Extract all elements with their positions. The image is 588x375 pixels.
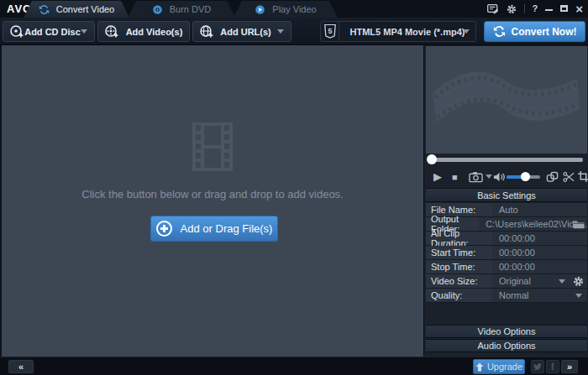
collapse-panel-button[interactable]: « [8, 360, 34, 373]
expand-panel-button[interactable]: » [561, 360, 578, 373]
bottombar: « Upgrade f » [0, 357, 588, 375]
tab-play-video[interactable]: Play Video [234, 1, 338, 18]
output-format-select[interactable]: HTML5 MP4 Movie (*.mp4) [339, 21, 476, 42]
close-button[interactable]: × [575, 5, 583, 13]
start-time-value[interactable]: 00:00:00 [492, 246, 587, 259]
speaker-icon[interactable] [493, 165, 506, 188]
audio-options-bar[interactable]: Audio Options [426, 339, 587, 352]
video-list-dropzone[interactable]: Click the button below or drag and drop … [2, 45, 423, 357]
add-videos-label: Add Video(s) [119, 27, 189, 37]
tab-burn-dvd[interactable]: Burn DVD [128, 1, 235, 18]
play-circle-icon [255, 4, 265, 15]
cd-disc-add-icon [9, 24, 24, 39]
snapshot-dropdown-caret[interactable] [486, 165, 492, 188]
tab-label: Convert Video [56, 4, 115, 14]
convert-refresh-icon [39, 4, 50, 15]
tab-label: Play Video [272, 4, 316, 14]
stop-button[interactable]: ■ [452, 165, 458, 188]
disc-icon [152, 4, 163, 15]
film-strip-icon [188, 122, 237, 174]
add-cd-disc-label: Add CD Disc [24, 27, 81, 37]
crop-button[interactable] [578, 165, 588, 188]
output-folder-value[interactable]: C:\Users\keilee02\Vide... [479, 217, 587, 231]
film-reel-add-icon [104, 24, 119, 39]
toolbar: Add CD Disc Add Video(s) Add URL(s) [0, 18, 588, 45]
twitter-icon [533, 362, 543, 372]
twitter-button[interactable] [531, 360, 544, 373]
right-panel: ▶ ■ [423, 45, 588, 357]
setting-row-quality: Quality: Normal [426, 289, 587, 303]
dropzone-hint: Click the button below or drag and drop … [2, 188, 423, 201]
seek-knob[interactable] [427, 154, 437, 164]
add-urls-button[interactable]: Add URL(s) [192, 21, 291, 42]
add-or-drag-files-button[interactable]: Add or Drag File(s) [150, 216, 278, 242]
upgrade-button[interactable]: Upgrade [473, 359, 525, 374]
upgrade-arrow-icon [475, 362, 484, 372]
chevron-down-icon [463, 29, 470, 34]
all-clip-duration-value: 00:00:00 [492, 232, 587, 245]
add-cd-disc-button[interactable]: Add CD Disc [3, 21, 95, 42]
titlebar: AVC Convert Video Burn DVD Play Video [0, 0, 588, 18]
file-name-value[interactable]: Auto [492, 203, 587, 216]
settings-table: File Name: Auto Output Folder: C:\Users\… [426, 203, 587, 303]
globe-add-icon [199, 24, 214, 39]
chevron-down-icon [277, 29, 284, 34]
video-size-gear-icon[interactable] [573, 276, 584, 289]
play-button[interactable]: ▶ [433, 165, 442, 188]
setting-label: Quality: [426, 289, 492, 302]
add-urls-label: Add URL(s) [214, 27, 277, 37]
tab-convert-video[interactable]: Convert Video [24, 1, 129, 18]
seek-track[interactable] [431, 158, 583, 162]
facebook-icon: f [551, 361, 554, 373]
seek-slider[interactable] [426, 154, 587, 165]
svg-text:5: 5 [328, 27, 332, 35]
setting-label: All Clip Duration: [426, 232, 492, 245]
setting-label: Stop Time: [426, 260, 492, 273]
gear-icon[interactable] [507, 4, 517, 14]
video-size-select[interactable]: Original [492, 274, 587, 288]
upgrade-label: Upgrade [487, 362, 522, 372]
minimize-button[interactable] [545, 4, 553, 13]
html5-badge: 5 [320, 21, 339, 42]
video-options-bar[interactable]: Video Options [426, 325, 587, 338]
browse-folder-icon[interactable] [573, 220, 585, 231]
chevron-down-icon[interactable] [559, 279, 565, 284]
trim-scissors-button[interactable] [563, 165, 575, 188]
setting-row-stop-time: Stop Time: 00:00:00 [426, 260, 587, 274]
maximize-button[interactable] [560, 4, 568, 13]
film-ribbon-watermark-icon [431, 53, 582, 150]
merge-clips-button[interactable] [546, 165, 559, 188]
basic-settings-header[interactable]: Basic Settings [426, 188, 587, 202]
help-button[interactable]: ? [533, 4, 538, 13]
convert-refresh-icon [493, 25, 506, 38]
titlebar-separator [524, 4, 525, 13]
setting-row-start-time: Start Time: 00:00:00 [426, 246, 587, 260]
feedback-log-icon[interactable] [487, 4, 499, 14]
chevron-down-icon [81, 29, 87, 34]
convert-now-label: Convert Now! [512, 26, 577, 38]
facebook-button[interactable]: f [546, 360, 559, 373]
output-format-value: HTML5 MP4 Movie (*.mp4) [350, 27, 465, 37]
snapshot-camera-button[interactable] [469, 165, 483, 188]
add-videos-button[interactable]: Add Video(s) [97, 21, 190, 42]
tab-label: Burn DVD [170, 4, 212, 14]
quality-select[interactable]: Normal [492, 289, 587, 302]
volume-knob[interactable] [521, 172, 530, 181]
setting-row-video-size: Video Size: Original [426, 274, 587, 289]
setting-label: Video Size: [426, 274, 492, 288]
setting-label: Start Time: [426, 246, 492, 259]
plus-circle-icon [156, 221, 172, 237]
setting-row-all-clip-duration: All Clip Duration: 00:00:00 [426, 232, 587, 246]
volume-slider[interactable] [507, 175, 540, 179]
playback-controls: ▶ ■ [426, 165, 587, 188]
chevron-down-icon[interactable] [575, 294, 582, 298]
preview-screen [426, 46, 587, 154]
convert-now-button[interactable]: Convert Now! [484, 21, 585, 42]
add-files-label: Add or Drag File(s) [181, 222, 273, 235]
stop-time-value[interactable]: 00:00:00 [492, 260, 587, 273]
